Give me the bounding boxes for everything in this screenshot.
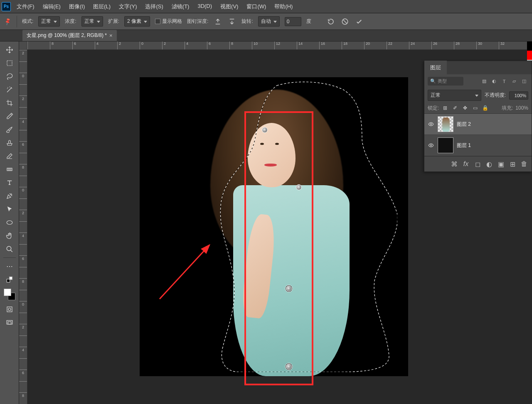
document-tab[interactable]: 女星.png @ 100% (图层 2, RGB/8) * ×	[22, 30, 117, 41]
type-tool[interactable]	[4, 177, 15, 189]
layer-fx-icon[interactable]: fx	[462, 160, 470, 168]
layers-panel: 图层 🔍 类型 ▧ ◐ T ▱ ◫ 正常 不透明度: 100% 锁定: ⊞ ✐ …	[424, 61, 532, 172]
panel-tab-bar: 图层	[424, 61, 532, 74]
show-grid-checkbox[interactable]: 显示网格	[155, 18, 182, 25]
crop-tool[interactable]	[4, 97, 15, 109]
puppet-pin[interactable]	[262, 127, 268, 133]
hand-tool[interactable]	[4, 230, 15, 242]
link-layers-icon[interactable]: ⌘	[450, 160, 458, 168]
magic-wand-tool[interactable]	[4, 84, 15, 95]
tab-layers[interactable]: 图层	[424, 61, 447, 75]
lock-position-icon[interactable]: ✥	[461, 104, 469, 112]
layer-list: 图层 2 图层 1	[424, 113, 532, 156]
svg-point-8	[8, 308, 11, 311]
svg-rect-6	[9, 277, 12, 280]
pin-depth-up-icon[interactable]	[213, 17, 222, 26]
lock-all-icon[interactable]: 🔒	[481, 104, 489, 112]
menu-item[interactable]: 3D(D)	[193, 1, 216, 12]
menu-item[interactable]: 文件(F)	[12, 1, 39, 12]
blend-mode-select[interactable]: 正常	[428, 90, 481, 101]
filter-shape-icon[interactable]: ▱	[510, 77, 518, 86]
menu-item[interactable]: 图像(I)	[65, 1, 89, 12]
menu-item[interactable]: 图层(L)	[89, 1, 115, 12]
delete-layer-icon[interactable]: 🗑	[520, 160, 528, 168]
menu-item[interactable]: 编辑(E)	[39, 1, 65, 12]
menu-item[interactable]: 选择(S)	[141, 1, 167, 12]
fill-label: 填充:	[502, 105, 513, 112]
show-grid-label: 显示网格	[162, 18, 182, 25]
add-mask-icon[interactable]: ◻	[473, 160, 482, 168]
eraser-tool[interactable]	[4, 150, 15, 162]
reset-icon[interactable]	[326, 17, 335, 26]
tools-panel: ⋯	[0, 42, 19, 404]
eyedropper-tool[interactable]	[4, 110, 15, 122]
horizontal-ruler[interactable]: 864202468101214161820222426283032	[27, 42, 532, 50]
edit-toolbar-icon[interactable]: ⋯	[4, 260, 15, 272]
ruler-origin[interactable]	[19, 42, 27, 50]
commit-icon[interactable]	[355, 17, 364, 26]
gradient-tool[interactable]	[4, 164, 15, 175]
puppet-pin[interactable]	[296, 184, 302, 190]
rotate-value-input[interactable]	[285, 17, 301, 26]
pin-tool-icon[interactable]: 📌	[2, 16, 13, 27]
lasso-tool[interactable]	[4, 71, 15, 82]
menu-item[interactable]: 视图(V)	[216, 1, 242, 12]
menu-item[interactable]: 滤镜(T)	[167, 1, 194, 12]
lock-paint-icon[interactable]: ✐	[451, 104, 459, 112]
layer-filter-kind[interactable]: 🔍 类型	[428, 77, 463, 86]
opacity-label: 不透明度:	[485, 92, 506, 99]
clone-stamp-tool[interactable]	[4, 137, 15, 149]
zoom-tool[interactable]	[4, 243, 15, 255]
cancel-icon[interactable]	[340, 17, 350, 26]
color-swatches[interactable]	[4, 289, 15, 300]
svg-rect-7	[7, 307, 12, 312]
visibility-toggle-icon[interactable]	[428, 142, 434, 149]
visibility-toggle-icon[interactable]	[428, 121, 434, 127]
expand-select[interactable]: 2 像素	[124, 16, 150, 27]
layer-name: 图层 2	[457, 121, 471, 128]
path-selection-tool[interactable]	[4, 203, 15, 215]
ellipse-tool[interactable]	[4, 217, 15, 228]
opacity-value[interactable]: 100%	[509, 91, 528, 100]
filter-adjustment-icon[interactable]: ◐	[490, 77, 498, 86]
vertical-ruler[interactable]: 2024680246802468	[19, 50, 27, 404]
new-layer-icon[interactable]: ⊞	[508, 160, 517, 168]
layer-thumbnail[interactable]	[438, 137, 453, 153]
mode-select[interactable]: 正常	[38, 16, 60, 27]
menu-item[interactable]: 窗口(W)	[242, 1, 270, 12]
pen-tool[interactable]	[4, 190, 15, 202]
pin-depth-down-icon[interactable]	[227, 17, 236, 26]
layer-thumbnail[interactable]	[438, 116, 453, 132]
default-colors-icon[interactable]	[4, 274, 15, 285]
menu-item[interactable]: 帮助(H)	[270, 1, 297, 12]
new-adjustment-icon[interactable]: ◐	[485, 160, 493, 168]
layer-row[interactable]: 图层 2	[424, 114, 532, 135]
puppet-pin-selected[interactable]	[286, 286, 292, 291]
fill-value[interactable]: 100%	[515, 105, 528, 111]
layer-row[interactable]: 图层 1	[424, 135, 532, 156]
filter-pixel-icon[interactable]: ▧	[480, 77, 488, 86]
svg-point-3	[7, 221, 12, 225]
screen-mode-icon[interactable]	[4, 317, 15, 328]
density-select[interactable]: 正常	[81, 16, 103, 27]
menu-item[interactable]: 文字(Y)	[115, 1, 141, 12]
new-group-icon[interactable]: ▣	[497, 160, 505, 168]
filter-smart-icon[interactable]: ◫	[520, 77, 528, 86]
quick-mask-icon[interactable]	[4, 304, 15, 315]
filter-type-icon[interactable]: T	[500, 77, 508, 86]
svg-rect-10	[8, 322, 11, 324]
rotate-mode-select[interactable]: 自动	[258, 16, 280, 27]
puppet-pin-selected[interactable]	[286, 364, 292, 370]
document-canvas[interactable]	[140, 77, 408, 376]
move-tool[interactable]	[4, 44, 15, 56]
options-bar: 📌 模式: 正常 浓度: 正常 扩展: 2 像素 显示网格 图钉深度: 旋转: …	[0, 13, 532, 30]
svg-point-12	[430, 123, 432, 125]
lock-artboard-icon[interactable]: ▭	[471, 104, 479, 112]
close-icon[interactable]: ×	[109, 32, 113, 39]
marquee-tool[interactable]	[4, 57, 15, 69]
expand-label: 扩展:	[108, 18, 119, 25]
lock-pixels-icon[interactable]: ⊞	[441, 104, 449, 112]
tab-title: 女星.png @ 100% (图层 2, RGB/8) *	[27, 32, 107, 39]
brush-tool[interactable]	[4, 124, 15, 135]
main-menu-bar: Ps 文件(F)编辑(E)图像(I)图层(L)文字(Y)选择(S)滤镜(T)3D…	[0, 0, 532, 13]
